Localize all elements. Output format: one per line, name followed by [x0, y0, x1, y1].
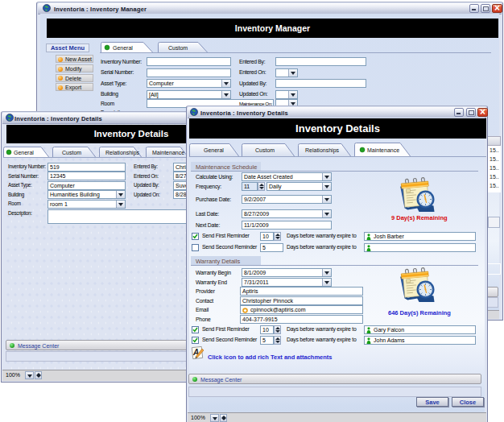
svg-text:General: General — [113, 45, 133, 51]
svg-text:Relationships: Relationships — [105, 150, 140, 156]
svg-text:Custom: Custom — [168, 45, 188, 51]
svg-text:Custom: Custom — [255, 147, 275, 153]
svg-text:Custom: Custom — [62, 150, 81, 155]
svg-text:Maintenance: Maintenance — [367, 147, 399, 153]
svg-text:General: General — [204, 147, 224, 153]
svg-text:Maintenance: Maintenance — [152, 150, 184, 155]
svg-text:General: General — [14, 150, 34, 155]
svg-text:Relationships: Relationships — [305, 147, 340, 154]
